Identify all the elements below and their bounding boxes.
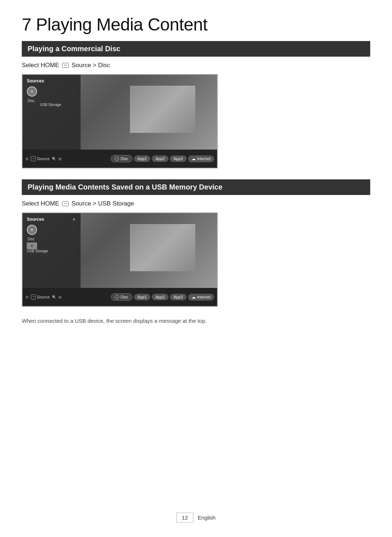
source-icon-2: ⇒	[62, 201, 69, 206]
sources-label-1: Sources	[27, 78, 76, 84]
grid-icon-2: ⊞	[58, 295, 61, 299]
nav-disc-dot-1	[117, 158, 118, 159]
nav-app1-2: App1	[134, 294, 151, 300]
bottom-nav-2: Disc App1 App2 App3 ☁ Internet	[111, 293, 214, 301]
usb-storage-label-2: USB Storage	[27, 249, 76, 253]
internet-icon-1: ☁	[192, 156, 196, 161]
disc-icon-1	[27, 86, 37, 97]
disc-icon-inner-1	[30, 90, 33, 93]
nav-app3-2: App3	[170, 294, 187, 300]
usb-row-2	[27, 243, 76, 249]
page-footer: 12 English	[0, 513, 392, 522]
sources-label-2: Sources ∧	[27, 217, 76, 222]
source-icon-1: ⇒	[62, 63, 69, 68]
source-bar-2: ⇒ Source	[31, 294, 50, 300]
screen-thumbnail-2	[130, 224, 195, 271]
chapter-number: 7	[22, 15, 31, 34]
nav-internet-1: ☁ Internet	[188, 155, 214, 162]
source-text-2: Source	[37, 295, 50, 299]
nav-disc-2: Disc	[111, 293, 132, 301]
usb-note: When connected to a USB device, the scre…	[22, 318, 370, 324]
nav-app1-1: App1	[134, 155, 151, 162]
section2-instruction: Select HOME ⇒ Source > USB Storage	[22, 200, 370, 207]
search-icon-2: 🔍	[52, 295, 56, 299]
disc-icon-row-2	[27, 225, 76, 235]
settings-icon-2: ⚙	[25, 295, 29, 299]
screen-mockup-1: Sources Disc USB Storage ⚙ ⇒ Source 🔍 ⊞ …	[22, 74, 218, 168]
nav-app3-1: App3	[170, 155, 187, 162]
instruction-prefix-2: Select HOME	[22, 200, 59, 207]
usb-device-icon-2	[27, 243, 37, 249]
section1-instruction: Select HOME ⇒ Source > Disc	[22, 62, 370, 69]
search-icon-1: 🔍	[52, 157, 56, 161]
page-language: English	[198, 514, 216, 521]
nav-app2-1: App2	[152, 155, 168, 162]
nav-disc-label-2: Disc	[121, 295, 128, 299]
section1-header: Playing a Commercial Disc	[22, 41, 370, 57]
bottom-bar-1: ⚙ ⇒ Source 🔍 ⊞ Disc App1 App2 App3 ☁ Int…	[23, 150, 217, 168]
nav-disc-icon-2	[115, 295, 119, 299]
sources-panel-1: Sources Disc USB Storage	[23, 75, 81, 150]
disc-icon-row-1	[27, 86, 76, 97]
internet-icon-2: ☁	[192, 295, 196, 300]
screen-thumbnail-1	[130, 86, 195, 133]
source-text-1: Source	[37, 156, 50, 161]
disc-label-2: Disc	[28, 237, 76, 241]
source-small-icon-2: ⇒	[31, 294, 36, 300]
nav-disc-1: Disc	[111, 155, 132, 162]
chapter-title-text: Playing Media Content	[36, 15, 207, 34]
nav-internet-2: ☁ Internet	[188, 294, 214, 301]
sources-panel-2: Sources ∧ Disc USB Storage	[23, 213, 81, 288]
instruction-suffix-2: Source > USB Storage	[72, 200, 134, 207]
section2-header: Playing Media Contents Saved on a USB Me…	[22, 179, 370, 195]
nav-disc-label-1: Disc	[121, 156, 128, 161]
disc-icon-2	[27, 225, 37, 235]
screen-mockup-2: Sources ∧ Disc USB Storage ⚙ ⇒ Source 🔍 …	[22, 212, 218, 307]
nav-disc-icon-1	[115, 156, 119, 161]
disc-icon-inner-2	[30, 228, 33, 231]
bottom-nav-1: Disc App1 App2 App3 ☁ Internet	[111, 155, 214, 162]
sources-label-text-2: Sources	[27, 217, 44, 222]
page-number-box: 12	[176, 513, 193, 522]
nav-app2-2: App2	[152, 294, 168, 300]
source-small-icon-1: ⇒	[31, 156, 36, 161]
usb-plug-2	[30, 244, 33, 247]
chapter-title: 7 Playing Media Content	[22, 15, 370, 34]
instruction-prefix-1: Select HOME	[22, 62, 59, 69]
source-bar-1: ⇒ Source	[31, 156, 50, 161]
chevron-up-icon: ∧	[71, 217, 76, 222]
nav-disc-dot-2	[117, 297, 118, 298]
usb-storage-label-1: USB Storage	[40, 103, 76, 107]
disc-label-1: Disc	[28, 99, 76, 103]
settings-icon-1: ⚙	[25, 157, 29, 161]
instruction-suffix-1: Source > Disc	[72, 62, 110, 69]
bottom-bar-2: ⚙ ⇒ Source 🔍 ⊞ Disc App1 App2 App3 ☁ Int…	[23, 288, 217, 306]
grid-icon-1: ⊞	[58, 157, 61, 161]
